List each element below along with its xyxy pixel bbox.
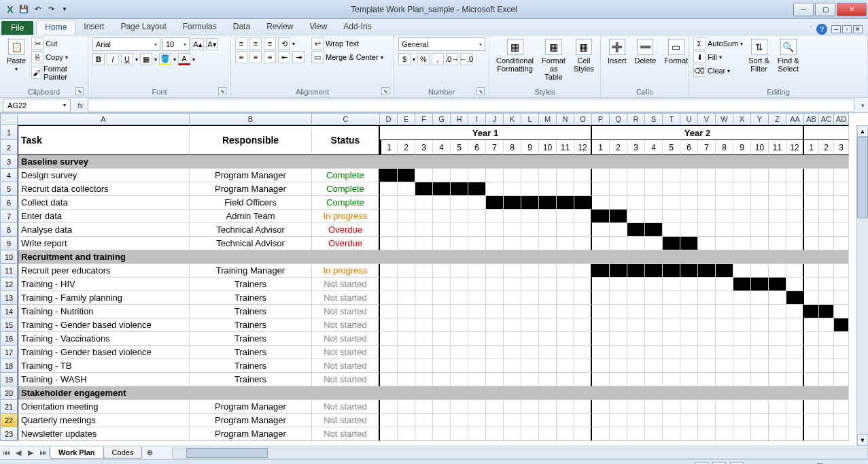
cell[interactable] xyxy=(627,414,645,427)
shrink-font-icon[interactable]: A▾ xyxy=(206,38,218,50)
cell[interactable] xyxy=(610,346,627,359)
insert-cells-button[interactable]: ➕Insert xyxy=(605,37,629,66)
cell[interactable] xyxy=(834,414,849,427)
cell[interactable] xyxy=(504,400,521,414)
cell[interactable] xyxy=(751,400,769,414)
cell[interactable] xyxy=(592,169,610,182)
cell[interactable] xyxy=(380,427,398,441)
cell[interactable]: 5 xyxy=(663,140,680,155)
cell[interactable]: Complete xyxy=(312,182,380,196)
cell[interactable]: Not started xyxy=(312,359,380,373)
cell[interactable] xyxy=(786,427,804,441)
alignment-launcher[interactable]: ⬊ xyxy=(381,87,389,95)
cell[interactable] xyxy=(834,427,849,441)
cell[interactable]: 6 xyxy=(680,140,698,155)
cell[interactable] xyxy=(468,400,486,414)
cell[interactable] xyxy=(592,346,610,359)
cell[interactable]: 2 xyxy=(610,140,627,155)
column-header[interactable]: K xyxy=(504,113,521,125)
cell[interactable] xyxy=(627,346,645,359)
cell[interactable] xyxy=(698,359,716,373)
cell[interactable] xyxy=(433,414,451,427)
column-header[interactable]: B xyxy=(190,113,312,125)
column-header[interactable]: T xyxy=(663,113,680,125)
cut-button[interactable]: ✂Cut xyxy=(31,37,84,50)
row-header[interactable]: 9 xyxy=(0,237,18,250)
cell[interactable] xyxy=(627,305,645,318)
cell[interactable] xyxy=(716,278,733,291)
cell[interactable] xyxy=(733,169,751,182)
cell[interactable] xyxy=(433,169,451,182)
cell[interactable] xyxy=(557,182,574,196)
cell[interactable] xyxy=(733,400,751,414)
tab-formulas[interactable]: Formulas xyxy=(175,20,225,35)
cell[interactable] xyxy=(433,305,451,318)
close-button[interactable]: ✕ xyxy=(837,3,867,16)
cell[interactable] xyxy=(819,210,834,223)
cell[interactable] xyxy=(574,169,592,182)
cell[interactable] xyxy=(663,414,680,427)
scroll-down-icon[interactable]: ▼ xyxy=(857,434,868,446)
column-header[interactable]: N xyxy=(557,113,574,125)
cell[interactable] xyxy=(433,373,451,386)
cell[interactable]: Not started xyxy=(312,318,380,332)
cell[interactable] xyxy=(804,182,819,196)
cell[interactable] xyxy=(804,291,819,305)
first-sheet-icon[interactable]: ⏮ xyxy=(0,448,12,457)
cell[interactable] xyxy=(751,318,769,332)
cell[interactable] xyxy=(468,332,486,346)
cell[interactable] xyxy=(834,196,849,210)
cell[interactable] xyxy=(786,318,804,332)
cell[interactable] xyxy=(751,291,769,305)
cell[interactable] xyxy=(415,210,433,223)
cell[interactable]: Training - HIV xyxy=(18,278,190,291)
cell[interactable] xyxy=(610,291,627,305)
cell[interactable]: Responsible xyxy=(190,125,312,155)
tab-view[interactable]: View xyxy=(302,20,336,35)
cell[interactable] xyxy=(733,291,751,305)
cell[interactable] xyxy=(398,332,415,346)
column-header[interactable]: V xyxy=(698,113,716,125)
cell[interactable] xyxy=(645,318,663,332)
cell[interactable] xyxy=(769,427,786,441)
cell[interactable] xyxy=(786,210,804,223)
cell[interactable] xyxy=(468,359,486,373)
cell[interactable] xyxy=(698,332,716,346)
cell[interactable] xyxy=(539,264,557,278)
cell[interactable] xyxy=(786,359,804,373)
cell[interactable] xyxy=(398,400,415,414)
row-header[interactable]: 21 xyxy=(0,400,18,414)
cell[interactable] xyxy=(451,318,468,332)
cell[interactable]: Baseline survey xyxy=(18,155,849,169)
cell[interactable]: Trainers xyxy=(190,305,312,318)
cell[interactable]: Training - Gender based violence xyxy=(18,346,190,359)
cell[interactable] xyxy=(819,332,834,346)
cell[interactable] xyxy=(504,278,521,291)
cell[interactable]: Not started xyxy=(312,278,380,291)
cell[interactable] xyxy=(521,196,539,210)
cell[interactable] xyxy=(574,182,592,196)
cell[interactable] xyxy=(680,196,698,210)
cell[interactable] xyxy=(786,373,804,386)
cell[interactable] xyxy=(716,332,733,346)
cell[interactable] xyxy=(627,237,645,250)
cell[interactable] xyxy=(574,264,592,278)
cell[interactable] xyxy=(786,305,804,318)
cell[interactable] xyxy=(433,346,451,359)
cell[interactable] xyxy=(468,264,486,278)
cell[interactable] xyxy=(751,237,769,250)
cell[interactable] xyxy=(698,291,716,305)
cell[interactable] xyxy=(592,278,610,291)
cell[interactable]: 9 xyxy=(521,140,539,155)
cell[interactable]: In progress xyxy=(312,210,380,223)
row-header[interactable]: 13 xyxy=(0,291,18,305)
row-header[interactable]: 17 xyxy=(0,346,18,359)
cell[interactable] xyxy=(698,400,716,414)
cell[interactable] xyxy=(645,346,663,359)
cell[interactable] xyxy=(468,210,486,223)
cell[interactable]: Recruit peer educators xyxy=(18,264,190,278)
cell[interactable] xyxy=(663,182,680,196)
row-header[interactable]: 20 xyxy=(0,386,18,400)
row-header[interactable]: 10 xyxy=(0,250,18,264)
cell[interactable] xyxy=(451,414,468,427)
